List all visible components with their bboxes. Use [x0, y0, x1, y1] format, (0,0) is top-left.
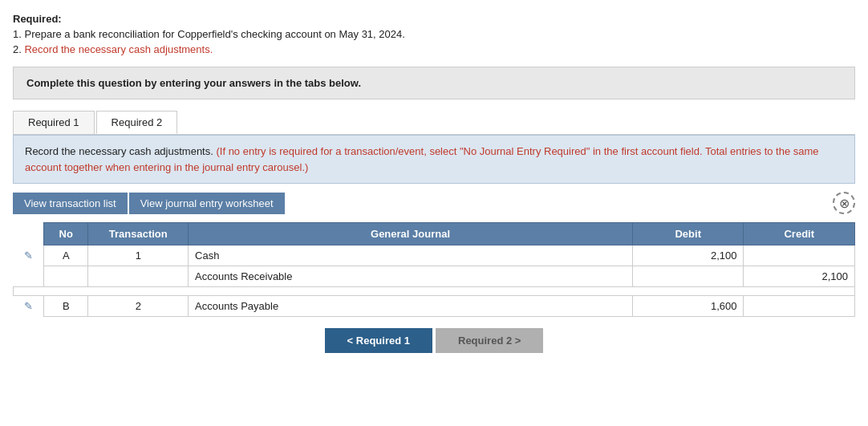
bottom-nav: < Required 1 Required 2 >: [13, 328, 855, 353]
edit-icon-a[interactable]: ✎: [14, 245, 44, 266]
close-button[interactable]: ⊗: [833, 192, 855, 214]
ap-debit: 1,600: [633, 296, 744, 317]
transaction-1: 1: [88, 245, 189, 266]
cash-account: Cash: [189, 245, 633, 266]
general-journal-col-header: General Journal: [189, 223, 633, 245]
ap-credit: [744, 296, 855, 317]
record-note: Record the necessary cash adjustments. (…: [13, 135, 855, 184]
required-item-2: 2. Record the necessary cash adjustments…: [13, 43, 855, 55]
no-col-header: No: [44, 223, 88, 245]
record-adjustments-link[interactable]: Record the necessary cash adjustments.: [24, 43, 213, 55]
table-row: ✎ A 1 Cash 2,100: [14, 245, 855, 266]
instruction-box: Complete this question by entering your …: [13, 67, 855, 99]
table-header-row: No Transaction General Journal Debit Cre…: [14, 223, 855, 245]
accounts-payable-account: Accounts Payable: [189, 296, 633, 317]
prev-required-button[interactable]: < Required 1: [325, 328, 432, 353]
close-icon: ⊗: [839, 196, 850, 211]
view-transaction-list-button[interactable]: View transaction list: [13, 193, 128, 214]
toolbar: View transaction list View journal entry…: [13, 192, 855, 214]
edit-icon-b[interactable]: ✎: [14, 296, 44, 317]
cash-credit: [744, 245, 855, 266]
required-label: Required:: [13, 13, 62, 25]
tabs-row: Required 1 Required 2: [13, 111, 855, 135]
journal-table: No Transaction General Journal Debit Cre…: [13, 222, 855, 317]
tab-required-2[interactable]: Required 2: [96, 111, 178, 134]
debit-col-header: Debit: [633, 223, 744, 245]
required-item-1: 1. Prepare a bank reconciliation for Cop…: [13, 28, 855, 40]
credit-col-header: Credit: [744, 223, 855, 245]
edit-col-header: [14, 223, 44, 245]
table-row: ✎ B 2 Accounts Payable 1,600: [14, 296, 855, 317]
cash-debit: 2,100: [633, 245, 744, 266]
tab-required-1[interactable]: Required 1: [13, 111, 95, 134]
accounts-receivable-account: Accounts Receivable: [189, 266, 633, 287]
transaction-col-header: Transaction: [88, 223, 189, 245]
group-a-label: A: [44, 245, 88, 266]
ar-credit: 2,100: [744, 266, 855, 287]
transaction-2: 2: [88, 296, 189, 317]
group-b-label: B: [44, 296, 88, 317]
table-row: Accounts Receivable 2,100: [14, 266, 855, 287]
ar-debit: [633, 266, 744, 287]
separator-row: [14, 287, 855, 296]
required-section: Required: 1. Prepare a bank reconciliati…: [13, 13, 855, 55]
next-required-button[interactable]: Required 2 >: [436, 328, 543, 353]
view-journal-entry-worksheet-button[interactable]: View journal entry worksheet: [129, 193, 285, 214]
edit-spacer: [14, 266, 44, 287]
